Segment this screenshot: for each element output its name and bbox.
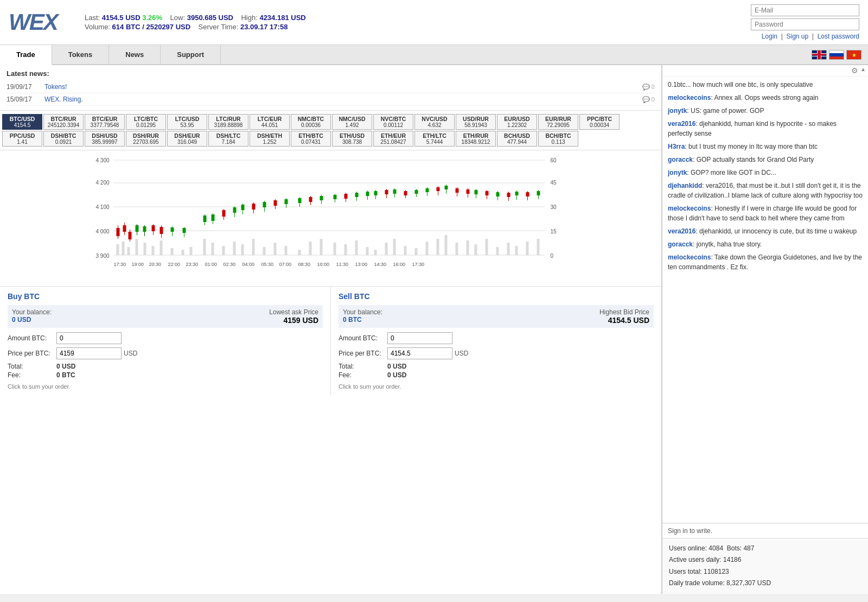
sell-hint: Click to sum your order. [339, 383, 654, 390]
svg-rect-33 [285, 246, 288, 255]
sell-amount-label: Amount BTC: [339, 334, 387, 342]
pair-cell-PPC-USD[interactable]: PPC/USD1.41 [2, 131, 42, 147]
stat-line-2: Active users daily: 14186 [669, 554, 861, 566]
pair-cell-DSH-BTC[interactable]: DSH/BTC0.0921 [43, 131, 84, 147]
nav-support[interactable]: Support [161, 45, 221, 64]
server-value: 23.09.17 17:58 [240, 23, 288, 31]
svg-rect-27 [222, 246, 225, 255]
flag-uk-icon[interactable] [812, 50, 827, 60]
lost-password-link[interactable]: Lost password [818, 33, 859, 40]
chat-settings-icon[interactable]: ⚙ [851, 66, 858, 75]
pair-cell-NVC-USD[interactable]: NVC/USD4.632 [414, 114, 455, 130]
pair-cell-BTC-RUR[interactable]: BTC/RUR245120.3394 [43, 114, 84, 130]
pair-cell-NMC-USD[interactable]: NMC/USD1.492 [332, 114, 372, 130]
chat-message-2: jonytk: US: game of power. GOP [668, 106, 863, 116]
svg-rect-141 [537, 191, 540, 195]
svg-rect-15 [117, 244, 119, 255]
chat-text: : GOP actually stands for Grand Old Part… [693, 156, 814, 163]
sell-price-input[interactable] [387, 347, 452, 359]
pair-cell-DSH-USD[interactable]: DSH/USD385.99997 [85, 131, 125, 147]
chat-user: vera2016 [668, 120, 695, 128]
pair-cell-NMC-BTC[interactable]: NMC/BTC0.00036 [291, 114, 331, 130]
pair-cell-PPC-BTC[interactable]: PPC/BTC0.00034 [579, 114, 620, 130]
svg-rect-29 [241, 244, 244, 255]
svg-rect-30 [252, 239, 255, 255]
pair-cell-NVC-BTC[interactable]: NVC/BTC0.00112 [373, 114, 413, 130]
pair-cell-LTC-USD[interactable]: LTC/USD53.95 [167, 114, 207, 130]
login-link[interactable]: Login [762, 33, 777, 40]
svg-rect-93 [285, 199, 288, 204]
svg-rect-28 [233, 242, 236, 255]
chat-scroll-up[interactable]: ▲ [860, 66, 866, 75]
stat-line-3: Users total: 1108123 [669, 566, 861, 578]
svg-rect-131 [486, 191, 489, 195]
buy-price-input[interactable] [56, 347, 122, 359]
svg-text:14:30: 14:30 [374, 262, 387, 267]
high-value: 4234.181 USD [259, 14, 305, 22]
svg-rect-19 [144, 243, 146, 255]
buy-total-row: Total: 0 USD [8, 363, 323, 370]
pair-cell-ETH-BTC[interactable]: ETH/BTC0.07431 [291, 131, 331, 147]
chat-message-10: goracck: jonytk, haha true story. [668, 239, 863, 249]
buy-amount-input[interactable] [56, 332, 122, 344]
pair-cell-EUR-RUR[interactable]: EUR/RUR72.29095 [538, 114, 578, 130]
chat-text: : US: game of power. GOP [687, 107, 764, 115]
nav-tokens[interactable]: Tokens [52, 45, 110, 64]
news-link-2[interactable]: WEX. Rising. [44, 96, 642, 103]
pair-cell-EUR-USD[interactable]: EUR/USD1.22302 [497, 114, 537, 130]
sell-total-label: Total: [339, 363, 387, 370]
pair-cell-LTC-BTC[interactable]: LTC/BTC0.01295 [126, 114, 166, 130]
pair-cell-BTC-EUR[interactable]: BTC/EUR3377.79548 [85, 114, 125, 130]
pair-cell-ETH-USD[interactable]: ETH/USD308.738 [332, 131, 372, 147]
pair-cell-DSH-LTC[interactable]: DSH/LTC7.184 [208, 131, 248, 147]
password-field[interactable] [751, 18, 859, 30]
flag-cn-icon[interactable]: ★ [846, 50, 861, 60]
flag-ru-icon[interactable] [829, 50, 844, 60]
pair-cell-BCH-BTC[interactable]: BCH/BTC0.113 [538, 131, 578, 147]
svg-rect-57 [537, 239, 540, 255]
pair-cell-DSH-EUR[interactable]: DSH/EUR316.049 [167, 131, 207, 147]
buy-title: Buy BTC [8, 292, 323, 301]
chat-user: goracck [668, 156, 693, 163]
buy-balance-label: Your balance: [12, 308, 52, 316]
nav-news[interactable]: News [109, 45, 161, 64]
chat-message-9: vera2016: djehankidd, ur innocency is cu… [668, 226, 863, 236]
svg-rect-81 [222, 210, 226, 217]
svg-text:19:00: 19:00 [132, 262, 144, 267]
sell-title: Sell BTC [339, 292, 654, 301]
low-label: Low: [170, 14, 185, 22]
svg-rect-67 [143, 226, 146, 232]
sell-amount-input[interactable] [387, 332, 452, 344]
sell-fee-value: 0 USD [387, 371, 406, 379]
pair-cell-USD-RUR[interactable]: USD/RUR58.91943 [456, 114, 496, 130]
svg-rect-119 [426, 188, 429, 192]
svg-text:17:30: 17:30 [114, 262, 126, 267]
pair-cell-ETH-RUR[interactable]: ETH/RUR18348.9212 [456, 131, 496, 147]
chat-area[interactable]: 0.1btc... how much will one btc, is only… [662, 77, 868, 523]
chat-text: : djehankidd, ur innocency is cute, but … [695, 227, 857, 235]
signup-link[interactable]: Sign up [786, 33, 808, 40]
buy-fee-value: 0 BTC [56, 371, 75, 379]
pair-cell-ETH-LTC[interactable]: ETH/LTC5.7444 [414, 131, 455, 147]
pair-cell-BCH-USD[interactable]: BCH/USD477.944 [497, 131, 537, 147]
pair-cell-LTC-RUR[interactable]: LTC/RUR3189.88898 [208, 114, 248, 130]
pair-cell-ETH-EUR[interactable]: ETH/EUR251.08427 [373, 131, 413, 147]
pair-cell-BTC-USD[interactable]: BTC/USD4154.5 [2, 114, 42, 130]
pair-cell-DSH-ETH[interactable]: DSH/ETH1.252 [250, 131, 290, 147]
chat-sign-in: Sign in to write. [662, 523, 868, 538]
chat-user: H3rra [668, 143, 685, 150]
high-label: High: [241, 14, 257, 22]
svg-rect-47 [437, 239, 439, 255]
svg-rect-137 [515, 192, 519, 195]
pair-cell-LTC-EUR[interactable]: LTC/EUR44.051 [250, 114, 290, 130]
news-link-1[interactable]: Tokens! [44, 83, 642, 91]
nav-trade[interactable]: Trade [0, 45, 52, 65]
svg-rect-49 [456, 243, 458, 255]
chat-message-6: jonytk: GOP? more like GOT in DC... [668, 168, 863, 178]
svg-rect-95 [298, 198, 302, 203]
svg-rect-38 [344, 244, 347, 255]
email-field[interactable] [751, 4, 859, 16]
svg-rect-135 [507, 193, 510, 197]
buy-amount-row: Amount BTC: [8, 332, 323, 344]
pair-cell-DSH-RUR[interactable]: DSH/RUR22703.695 [126, 131, 166, 147]
